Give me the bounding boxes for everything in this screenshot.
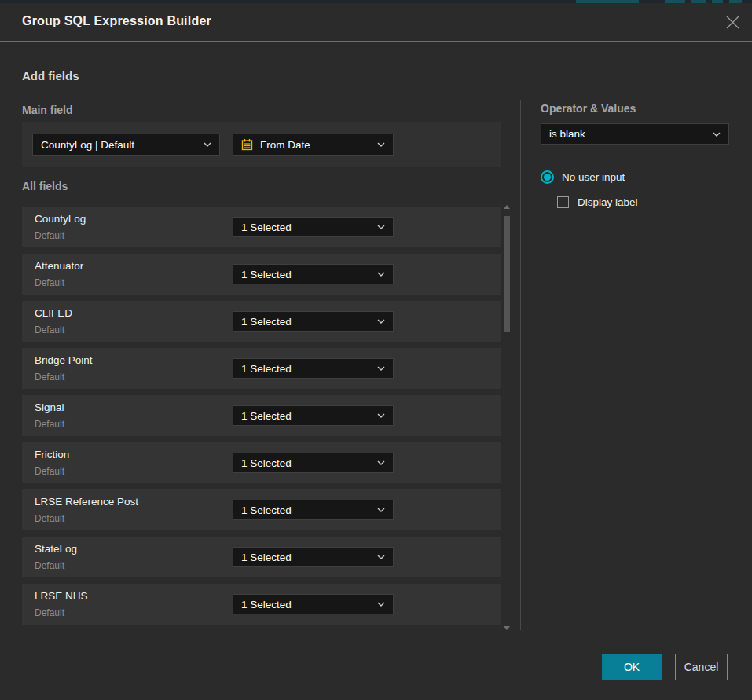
field-selected-dropdown[interactable]: 1 Selected (233, 453, 394, 473)
scrollbar-thumb[interactable] (504, 216, 510, 332)
field-subtitle: Default (35, 419, 64, 430)
chevron-down-icon (204, 142, 211, 147)
field-selected-value: 1 Selected (241, 363, 371, 375)
field-selected-value: 1 Selected (241, 599, 371, 610)
group-sql-expression-builder-dialog: Group SQL Expression Builder Add fields … (0, 3, 752, 700)
field-selected-dropdown[interactable]: 1 Selected (233, 405, 394, 426)
scroll-up-arrow-icon[interactable] (504, 205, 510, 209)
field-name: CLIFED (35, 307, 72, 319)
field-selected-dropdown[interactable]: 1 Selected (233, 500, 394, 520)
scroll-down-arrow-icon[interactable] (504, 626, 510, 630)
field-selected-value: 1 Selected (241, 269, 371, 280)
chevron-down-icon (377, 555, 385, 559)
display-label-label: Display label (578, 196, 638, 208)
cancel-button[interactable]: Cancel (675, 654, 728, 680)
operator-value: is blank (549, 128, 706, 140)
all-fields-list: CountyLog Default 1 Selected Attenuator … (22, 207, 501, 629)
field-name: Attenuator (35, 260, 83, 272)
main-field-panel: CountyLog | Default From Date (22, 122, 501, 167)
main-field-field-value: From Date (260, 139, 371, 151)
field-name: Signal (35, 401, 64, 413)
main-field-field-dropdown[interactable]: From Date (233, 134, 394, 156)
field-selected-dropdown[interactable]: 1 Selected (233, 358, 394, 379)
field-selected-value: 1 Selected (241, 504, 371, 516)
chevron-down-icon (377, 413, 385, 418)
no-user-input-label: No user input (562, 171, 625, 183)
field-subtitle: Default (35, 560, 64, 571)
field-subtitle: Default (35, 466, 64, 477)
field-row: CLIFED Default 1 Selected (22, 301, 501, 342)
field-name: Bridge Point (35, 354, 93, 366)
operator-dropdown[interactable]: is blank (541, 123, 729, 145)
field-selected-dropdown[interactable]: 1 Selected (233, 547, 394, 567)
field-subtitle: Default (35, 277, 64, 288)
field-selected-value: 1 Selected (241, 552, 371, 563)
chevron-down-icon (377, 602, 385, 607)
field-selected-value: 1 Selected (241, 316, 371, 328)
field-name: Friction (35, 449, 69, 460)
chevron-down-icon (377, 319, 385, 324)
field-selected-dropdown[interactable]: 1 Selected (233, 594, 394, 614)
main-field-source-dropdown[interactable]: CountyLog | Default (32, 134, 220, 156)
chevron-down-icon (377, 272, 385, 277)
field-subtitle: Default (35, 607, 64, 618)
field-subtitle: Default (35, 372, 64, 383)
field-row: Bridge Point Default 1 Selected (22, 348, 501, 389)
field-selected-dropdown[interactable]: 1 Selected (233, 311, 394, 332)
operator-values-heading: Operator & Values (541, 102, 636, 115)
dialog-header: Group SQL Expression Builder (0, 3, 752, 42)
checkbox-unchecked-icon (557, 196, 569, 208)
column-divider (520, 100, 521, 630)
chevron-down-icon (377, 508, 385, 512)
field-subtitle: Default (35, 230, 64, 241)
add-fields-heading: Add fields (22, 69, 79, 82)
field-subtitle: Default (35, 324, 64, 335)
main-field-source-value: CountyLog | Default (41, 139, 197, 151)
chevron-down-icon (377, 225, 385, 229)
field-name: LRSE NHS (35, 590, 88, 602)
fields-list-scrollbar[interactable] (503, 203, 511, 632)
field-selected-value: 1 Selected (241, 410, 371, 422)
field-row: StateLog Default 1 Selected (22, 537, 501, 577)
field-selected-value: 1 Selected (241, 222, 371, 233)
ok-button[interactable]: OK (602, 654, 662, 680)
main-field-label: Main field (22, 104, 73, 116)
field-row: CountyLog Default 1 Selected (22, 207, 501, 247)
field-selected-dropdown[interactable]: 1 Selected (233, 217, 394, 237)
chevron-down-icon (713, 132, 721, 137)
no-user-input-radio[interactable]: No user input (541, 170, 625, 184)
chevron-down-icon (377, 460, 385, 465)
field-name: LRSE Reference Post (35, 496, 138, 508)
chevron-down-icon (377, 366, 385, 371)
field-row: Signal Default 1 Selected (22, 395, 501, 436)
field-row: Friction Default 1 Selected (22, 442, 501, 483)
all-fields-label: All fields (22, 180, 68, 192)
field-subtitle: Default (35, 513, 64, 524)
close-icon[interactable] (724, 13, 741, 31)
field-row: LRSE Reference Post Default 1 Selected (22, 489, 501, 530)
chevron-down-icon (377, 142, 385, 147)
field-row: LRSE NHS Default 1 Selected (22, 584, 501, 625)
field-selected-dropdown[interactable]: 1 Selected (233, 264, 394, 284)
dialog-title: Group SQL Expression Builder (22, 14, 211, 28)
display-label-checkbox[interactable]: Display label (557, 196, 638, 208)
radio-selected-icon (541, 170, 554, 184)
field-row: Attenuator Default 1 Selected (22, 254, 501, 295)
field-name: StateLog (35, 543, 77, 555)
field-name: CountyLog (35, 213, 86, 225)
calendar-icon (241, 138, 253, 151)
field-selected-value: 1 Selected (241, 457, 371, 469)
